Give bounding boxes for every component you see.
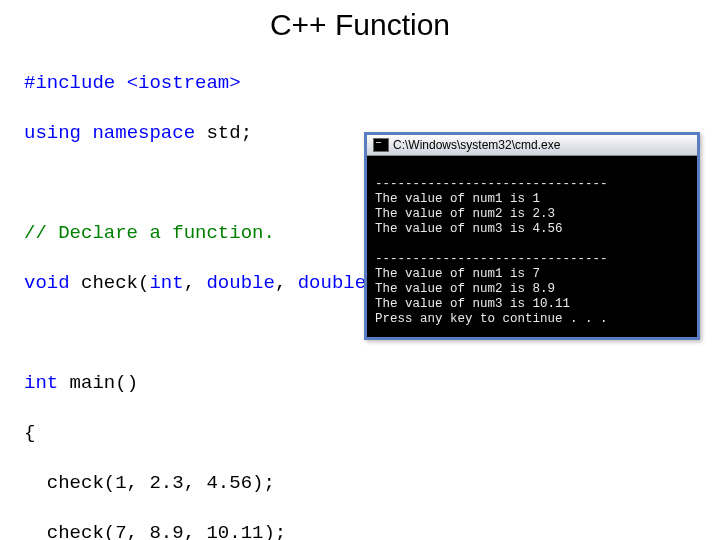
keyword-include: #include: [24, 72, 115, 94]
brace: {: [24, 422, 35, 444]
code-line: check(7, 8.9, 10.11);: [24, 521, 720, 540]
keyword-namespace: namespace: [92, 122, 195, 144]
code-text: check(7, 8.9, 10.11);: [24, 522, 286, 540]
code-line: #include <iostream>: [24, 71, 720, 96]
console-output: ------------------------------- The valu…: [367, 156, 697, 337]
header-iostream: <iostream>: [127, 72, 241, 94]
keyword-void: void: [24, 272, 70, 294]
code-text: check(: [70, 272, 150, 294]
type-double: double: [206, 272, 274, 294]
console-window: C:\Windows\system32\cmd.exe ------------…: [364, 132, 700, 340]
keyword-using: using: [24, 122, 81, 144]
type-double: double: [298, 272, 366, 294]
console-titlebar: C:\Windows\system32\cmd.exe: [367, 135, 697, 156]
page-title: C++ Function: [0, 0, 720, 46]
type-int: int: [149, 272, 183, 294]
console-title: C:\Windows\system32\cmd.exe: [393, 138, 560, 152]
code-text: [81, 122, 92, 144]
code-text: [115, 72, 126, 94]
code-text: check(1, 2.3, 4.56);: [24, 472, 275, 494]
comment: // Declare a function.: [24, 222, 275, 244]
code-text: ,: [184, 272, 207, 294]
code-line: int main(): [24, 371, 720, 396]
cmd-icon: [373, 138, 389, 152]
code-line: {: [24, 421, 720, 446]
code-text: main(): [58, 372, 138, 394]
code-line: check(1, 2.3, 4.56);: [24, 471, 720, 496]
code-text: std;: [195, 122, 252, 144]
type-int: int: [24, 372, 58, 394]
code-text: ,: [275, 272, 298, 294]
